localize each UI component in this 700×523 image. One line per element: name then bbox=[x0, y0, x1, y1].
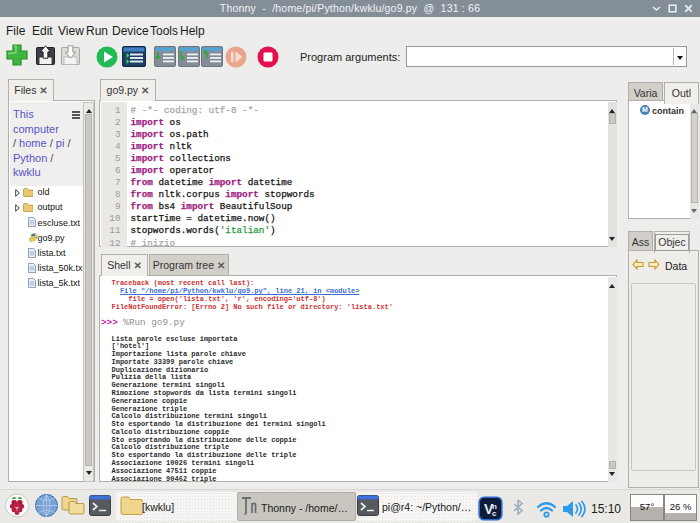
svg-text:c: c bbox=[492, 509, 497, 518]
